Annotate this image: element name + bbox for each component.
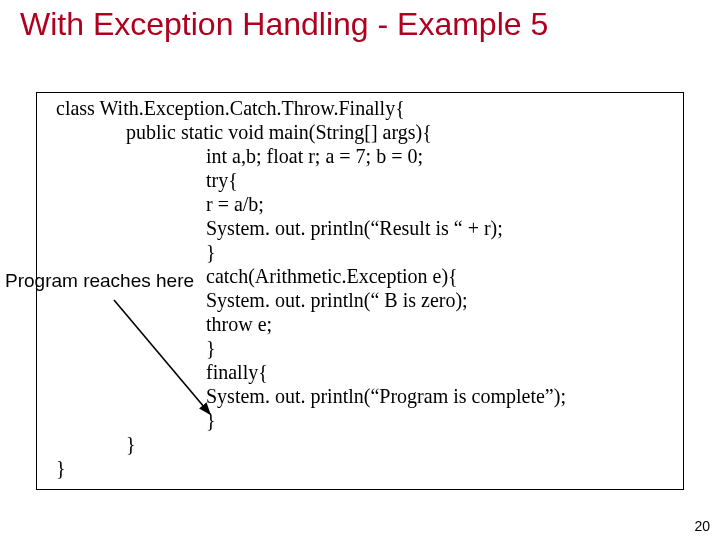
code-line: System. out. println(“Program is complet… [56,384,680,408]
code-line: } [56,408,680,432]
code-line: try{ [56,168,680,192]
code-line: r = a/b; [56,192,680,216]
annotation-label: Program reaches here [5,270,194,292]
page-number: 20 [694,518,710,534]
code-line: int a,b; float r; a = 7; b = 0; [56,144,680,168]
slide-title: With Exception Handling - Example 5 [20,6,548,43]
code-line: class With.Exception.Catch.Throw.Finally… [56,96,680,120]
code-line: public static void main(String[] args){ [56,120,680,144]
code-line: System. out. println(“Result is “ + r); [56,216,680,240]
code-line: } [56,336,680,360]
code-line: finally{ [56,360,680,384]
code-line: } [56,432,680,456]
code-line: } [56,456,680,480]
code-line: } [56,240,680,264]
code-line: throw e; [56,312,680,336]
